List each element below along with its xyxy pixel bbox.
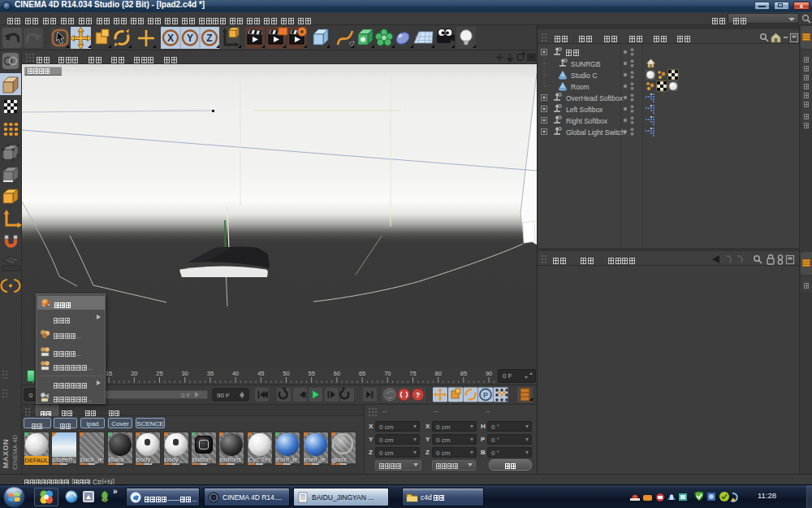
svg-text:60: 60: [334, 370, 340, 377]
svg-text:0: 0: [29, 392, 33, 399]
svg-text:90 F: 90 F: [217, 392, 230, 399]
svg-text:55: 55: [309, 370, 315, 377]
svg-text:65: 65: [359, 370, 365, 377]
svg-text:30: 30: [182, 370, 188, 377]
svg-text:P: P: [483, 391, 488, 399]
svg-text:Y: Y: [187, 33, 193, 44]
svg-text:50: 50: [283, 370, 289, 377]
svg-text:25: 25: [156, 370, 162, 377]
svg-text:75: 75: [409, 370, 416, 377]
svg-text:80: 80: [435, 370, 442, 377]
svg-text:20: 20: [131, 370, 137, 377]
svg-text:Z: Z: [206, 33, 212, 44]
svg-text:40: 40: [232, 370, 239, 377]
svg-text:35: 35: [207, 370, 214, 377]
svg-text:45: 45: [257, 370, 264, 377]
svg-text:85: 85: [460, 370, 467, 377]
svg-text:0 F: 0 F: [181, 392, 191, 399]
svg-text:X: X: [167, 33, 174, 44]
svg-text:90: 90: [486, 370, 492, 377]
svg-text:15: 15: [106, 370, 112, 377]
svg-text:?: ?: [416, 391, 421, 399]
svg-text:70: 70: [384, 370, 391, 377]
